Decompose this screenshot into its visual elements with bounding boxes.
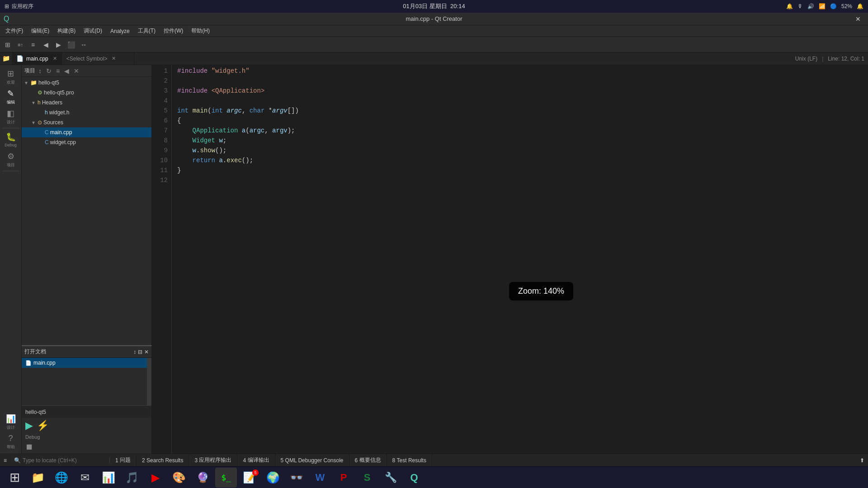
debug-run-button[interactable]: ⚡: [37, 420, 49, 432]
project-panel-title: 项目: [24, 67, 35, 75]
locate-input[interactable]: [23, 457, 99, 464]
tab-cpp-icon: 📄: [16, 55, 24, 62]
taskbar-app-calc[interactable]: 📊: [98, 468, 119, 488]
sidebar-icon-welcome[interactable]: ⊞ 欢迎: [0, 67, 22, 87]
system-bar-right: 🔔 🎙 🔊 📶 🔵 52% 🔔: [786, 3, 863, 9]
taskbar-app-tools[interactable]: 🔧: [380, 468, 401, 488]
menu-help[interactable]: 帮助(H): [188, 26, 213, 36]
toolbar-btn-6[interactable]: ↔: [78, 39, 90, 51]
panel-sort-btn[interactable]: ↕: [37, 67, 43, 75]
search-icon: 🔍: [14, 457, 21, 464]
tree-item-sources[interactable]: ▼ ⊙ Sources: [22, 117, 151, 127]
close-button[interactable]: ✕: [852, 14, 864, 23]
battery-label: 52%: [841, 3, 852, 9]
bluetooth-icon[interactable]: 🔵: [830, 3, 837, 9]
run-button[interactable]: ▶: [25, 420, 33, 432]
menu-file[interactable]: 文件(F): [2, 26, 27, 36]
code-text[interactable]: #include "widget.h" #include <QApplicati…: [172, 65, 868, 454]
panel-filter-btn[interactable]: ≡: [55, 67, 61, 75]
taskbar-app-files[interactable]: ⊞: [4, 468, 25, 488]
tab-close-btn[interactable]: ✕: [53, 56, 57, 61]
code-area[interactable]: 1 2 3 4 5 6 7 8 9 10 11 12 #includ: [152, 65, 868, 454]
taskbar-app-terminal[interactable]: $_: [215, 468, 237, 488]
menu-controls[interactable]: 控件(W): [160, 26, 187, 36]
bottom-tabs-arrow[interactable]: ⬆: [860, 457, 864, 464]
open-docs-scrollbar[interactable]: [147, 358, 151, 405]
alert-icon[interactable]: 🔔: [857, 3, 863, 9]
sidebar-icon-project[interactable]: ⚙ 项目: [0, 150, 22, 169]
panel-prev-btn[interactable]: ◀: [63, 67, 71, 75]
open-doc-main-cpp[interactable]: 📄 main.cpp: [22, 358, 147, 368]
app-name-label[interactable]: 应用程序: [12, 3, 33, 10]
tab-symbol-close[interactable]: ✕: [112, 56, 116, 61]
taskbar-app-browser2[interactable]: 🔮: [192, 468, 213, 488]
tab-symbol[interactable]: <Select Symbol> ✕: [62, 52, 134, 65]
taskbar-app-media[interactable]: ▶: [145, 468, 166, 488]
bottom-tab-issues[interactable]: 1 问题: [110, 454, 137, 467]
debug-icon: 🐛: [6, 132, 16, 142]
panel-sync-btn[interactable]: ↻: [45, 67, 53, 75]
bottom-tab-app-output[interactable]: 3 应用程序输出: [189, 454, 237, 467]
menu-debug[interactable]: 调试(D): [80, 26, 106, 36]
toolbar-btn-5[interactable]: ⬛: [65, 39, 77, 51]
taskbar-app-music[interactable]: 🎵: [121, 468, 143, 488]
sidebar-icon-debug[interactable]: 🐛 Debug: [0, 130, 22, 150]
menu-analyze[interactable]: Analyze: [107, 27, 133, 35]
panel-close-btn[interactable]: ✕: [72, 67, 80, 75]
sidebar-icon-help[interactable]: ? 帮助: [0, 432, 22, 452]
tree-item-hello-qt5[interactable]: ▼ 📁 hello-qt5: [22, 78, 151, 88]
welcome-label: 欢迎: [7, 80, 15, 85]
bottom-tab-compile[interactable]: 4 编译输出: [237, 454, 275, 467]
tree-item-main-cpp[interactable]: C main.cpp: [22, 127, 151, 137]
taskbar-app-fm[interactable]: 📁: [27, 468, 49, 488]
taskbar-app-pdf[interactable]: P: [333, 468, 354, 488]
notification-icon[interactable]: 🔔: [786, 3, 793, 9]
open-docs-sort-btn[interactable]: ↕: [133, 349, 136, 355]
tree-item-pro[interactable]: ⚙ hello-qt5.pro: [22, 88, 151, 98]
app-menu-icon[interactable]: ⊞: [5, 3, 9, 9]
taskbar-app-mail[interactable]: ✉: [74, 468, 96, 488]
help-lbl: 帮助: [7, 444, 15, 450]
tree-item-widget-cpp[interactable]: C widget.cpp: [22, 137, 151, 147]
taskbar-app-word[interactable]: W: [309, 468, 331, 488]
open-docs-close-btn[interactable]: ✕: [144, 349, 149, 355]
sidebar-icon-design[interactable]: ◧ 设计: [0, 107, 22, 127]
bottom-tab-search[interactable]: 2 Search Results: [137, 454, 189, 467]
volume-icon[interactable]: 🔊: [807, 3, 814, 9]
taskbar-app-lens[interactable]: 👓: [286, 468, 307, 488]
bottom-tab-test[interactable]: 8 Test Results: [387, 454, 432, 467]
tab-main-cpp[interactable]: 📄 main.cpp ✕: [12, 52, 62, 65]
mic-icon[interactable]: 🎙: [797, 3, 803, 9]
menu-edit[interactable]: 编辑(E): [28, 26, 53, 36]
open-docs-split-btn[interactable]: ⊟: [138, 349, 142, 355]
build-stop-btn[interactable]: ⏹: [25, 442, 33, 452]
wifi-icon[interactable]: 📶: [819, 3, 826, 9]
toolbar-nav-forward[interactable]: ▶: [52, 39, 64, 51]
taskbar-app-rednotebook[interactable]: 📝 5: [239, 468, 260, 488]
tree-item-widget-h[interactable]: h widget.h: [22, 108, 151, 117]
taskbar-app-chrome[interactable]: 🌐: [51, 468, 72, 488]
bottom-tabs-left-btn[interactable]: ≡: [0, 454, 10, 467]
locate-bar[interactable]: 🔍: [10, 457, 110, 464]
taskbar-app-browser3[interactable]: 🌍: [262, 468, 284, 488]
taskbar-app-sheet[interactable]: S: [356, 468, 378, 488]
toolbar-btn-2[interactable]: ≡↑: [14, 39, 26, 51]
toolbar-project-btn[interactable]: ⊞: [2, 39, 14, 51]
toolbar-btn-3[interactable]: ≡: [27, 39, 39, 51]
taskbar-app-qtcreator[interactable]: Q: [403, 468, 425, 488]
bottom-tab-overview[interactable]: 6 概要信息: [349, 454, 387, 467]
tree-item-headers[interactable]: ▼ h Headers: [22, 98, 151, 108]
menu-build[interactable]: 构建(B): [54, 26, 79, 36]
toolbar-nav-back[interactable]: ◀: [40, 39, 52, 51]
left-column: 项目 ↕ ↻ ≡ ◀ ✕ ▼ 📁 hello-qt5: [22, 65, 152, 454]
code-line-12: [177, 175, 868, 185]
sidebar-icon-analyze[interactable]: 📊 设计: [0, 412, 22, 432]
overview-num: 6: [355, 457, 358, 464]
sidebar-icon-edit[interactable]: ✎ 编辑: [0, 87, 22, 107]
issues-num: 1: [115, 457, 118, 464]
taskbar-app-paint[interactable]: 🎨: [168, 468, 190, 488]
design-icon: ◧: [7, 108, 14, 118]
menu-tools[interactable]: 工具(T): [134, 26, 159, 36]
bottom-tab-qml[interactable]: 5 QML Debugger Console: [275, 454, 349, 467]
tree-label-headers: Headers: [42, 99, 62, 106]
